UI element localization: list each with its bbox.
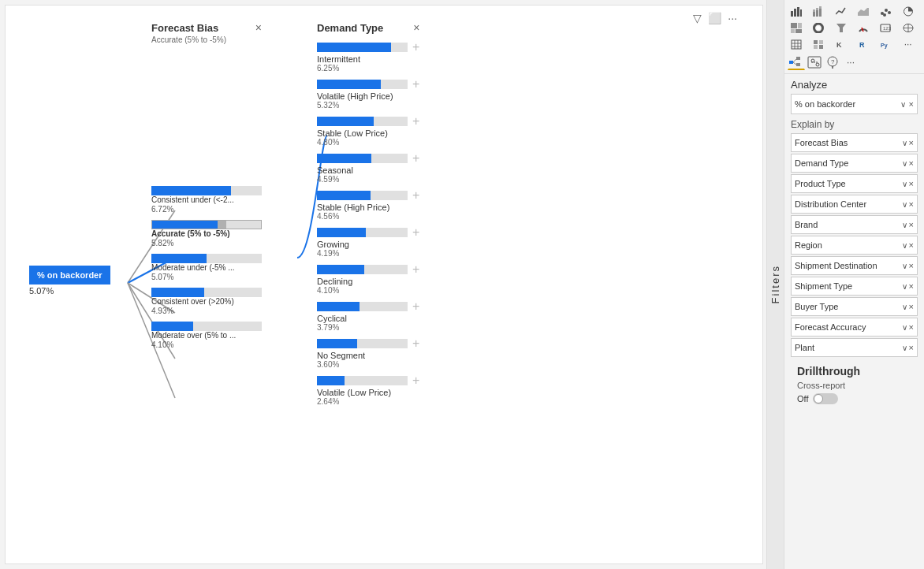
donut-icon[interactable] (810, 20, 827, 35)
explain-x-5[interactable]: × (909, 240, 914, 250)
demand-volatile-low[interactable]: + Volatile (Low Price) 2.64% (317, 374, 419, 406)
branch-consistent-over[interactable]: Consistent over (>20%) 4.93% (151, 288, 262, 315)
more-icon[interactable]: ··· (726, 10, 739, 26)
table-icon[interactable] (788, 36, 805, 52)
focus-icon[interactable]: ⬜ (706, 10, 723, 26)
toggle-row: Off (797, 393, 911, 404)
demand-stable-low[interactable]: + Stable (Low Price) 4.80% (317, 114, 419, 147)
declining-plus[interactable]: + (412, 262, 419, 277)
metric-clear[interactable]: × (909, 99, 914, 109)
svg-text:R: R (859, 41, 865, 49)
analytics-icon[interactable] (806, 54, 823, 70)
gauge-icon[interactable] (855, 20, 872, 35)
svg-rect-50 (796, 63, 800, 66)
root-node-box[interactable]: % on backorder (29, 266, 110, 284)
python-icon[interactable]: Py (877, 36, 894, 52)
intermittent-plus[interactable]: + (412, 40, 419, 54)
explain-shipment-dest[interactable]: Shipment Destination ∨ × (791, 256, 918, 275)
more-options-icon[interactable]: ··· (842, 54, 859, 70)
map-icon[interactable] (900, 20, 917, 35)
stable-high-plus[interactable]: + (412, 188, 419, 203)
explain-x-9[interactable]: × (909, 322, 914, 332)
drillthrough-toggle[interactable] (813, 393, 838, 404)
card-icon[interactable]: 123 (877, 20, 894, 35)
explain-buyer-type[interactable]: Buyer Type ∨ × (791, 297, 918, 316)
svg-text:?: ? (831, 58, 835, 65)
more-visuals-icon[interactable]: ··· (900, 36, 917, 52)
demand-val-8: 3.60% (317, 360, 419, 369)
decomp-tree-icon[interactable] (788, 54, 805, 70)
branch-moderate-over[interactable]: Moderate over (5% to ... 4.10% (151, 322, 262, 349)
forecast-bias-close[interactable]: × (255, 21, 262, 34)
demand-name-8: No Segment (317, 351, 419, 360)
svg-line-47 (793, 59, 796, 62)
stacked-bar-icon[interactable] (810, 3, 827, 19)
demand-intermittent[interactable]: + Intermittent 6.25% (317, 40, 419, 73)
funnel-icon[interactable] (833, 20, 850, 35)
demand-val-7: 3.79% (317, 323, 419, 332)
svg-point-54 (816, 63, 819, 66)
explain-x-1[interactable]: × (909, 158, 914, 168)
kpi-icon[interactable]: K (833, 36, 850, 52)
explain-x-6[interactable]: × (909, 261, 914, 270)
demand-cyclical[interactable]: + Cyclical 3.79% (317, 299, 419, 332)
svg-rect-24 (795, 29, 802, 33)
matrix-icon[interactable] (810, 36, 827, 52)
explain-brand[interactable]: Brand ∨ × (791, 215, 918, 234)
explain-x-10[interactable]: × (909, 343, 914, 352)
bar-chart-icon[interactable] (788, 3, 805, 19)
branch-consistent-under[interactable]: Consistent under (<-2... 6.72% (151, 186, 262, 214)
svg-rect-9 (813, 12, 815, 17)
area-chart-icon[interactable] (855, 3, 872, 19)
branch-accurate[interactable]: Accurate (5% to -5%) 5.82% (151, 220, 262, 247)
branch-value-4: 4.10% (151, 340, 262, 349)
explain-x-0[interactable]: × (909, 138, 914, 147)
explain-x-7[interactable]: × (909, 281, 914, 291)
explain-forecast-bias[interactable]: Forecast Bias ∨ × (791, 133, 918, 152)
explain-plant[interactable]: Plant ∨ × (791, 338, 918, 357)
metric-dropdown[interactable]: % on backorder ∨ × (791, 94, 918, 114)
no-segment-plus[interactable]: + (412, 337, 419, 351)
demand-type-close[interactable]: × (413, 21, 419, 34)
growing-plus[interactable]: + (412, 225, 419, 240)
branch-name-4: Moderate over (5% to ... (151, 331, 262, 340)
volatile-high-plus[interactable]: + (412, 77, 419, 91)
explain-region[interactable]: Region ∨ × (791, 236, 918, 255)
cyclical-plus[interactable]: + (412, 299, 419, 314)
seasonal-plus[interactable]: + (412, 151, 419, 165)
stable-low-plus[interactable]: + (412, 114, 419, 128)
explain-shipment-type[interactable]: Shipment Type ∨ × (791, 277, 918, 296)
svg-rect-39 (814, 40, 818, 44)
demand-no-segment[interactable]: + No Segment 3.60% (317, 337, 419, 369)
demand-val-4: 4.56% (317, 212, 419, 221)
demand-declining[interactable]: + Declining 4.10% (317, 262, 419, 295)
scatter-chart-icon[interactable] (877, 3, 894, 19)
demand-growing[interactable]: + Growing 4.19% (317, 225, 419, 258)
forecast-bias-items: Consistent under (<-2... 6.72% Accurate … (151, 186, 262, 349)
filter-icon[interactable]: ▽ (691, 10, 703, 26)
demand-stable-high[interactable]: + Stable (High Price) 4.56% (317, 188, 419, 221)
explain-distribution-center[interactable]: Distribution Center ∨ × (791, 195, 918, 214)
line-chart-icon[interactable] (833, 3, 850, 19)
volatile-low-plus[interactable]: + (412, 374, 419, 388)
root-node-label: % on backorder (37, 270, 102, 280)
demand-seasonal[interactable]: + Seasonal 4.59% (317, 151, 419, 184)
filters-tab[interactable]: Filters (766, 0, 784, 569)
treemap-icon[interactable] (788, 20, 805, 35)
svg-rect-41 (814, 45, 818, 49)
branch-value-1: 5.82% (151, 239, 262, 247)
branch-moderate-under[interactable]: Moderate under (-5% ... 5.07% (151, 254, 262, 281)
explain-demand-type[interactable]: Demand Type ∨ × (791, 154, 918, 173)
qa-icon[interactable]: ? (824, 54, 841, 70)
explain-x-2[interactable]: × (909, 179, 914, 188)
r-icon[interactable]: R (855, 36, 872, 52)
demand-name-0: Intermittent (317, 54, 419, 64)
svg-rect-11 (816, 10, 818, 17)
explain-forecast-accuracy[interactable]: Forecast Accuracy ∨ × (791, 318, 918, 337)
explain-x-4[interactable]: × (909, 220, 914, 229)
pie-chart-icon[interactable] (900, 3, 917, 19)
explain-x-3[interactable]: × (909, 199, 914, 209)
explain-product-type[interactable]: Product Type ∨ × (791, 174, 918, 193)
explain-x-8[interactable]: × (909, 302, 914, 311)
demand-volatile-high[interactable]: + Volatile (High Price) 5.32% (317, 77, 419, 110)
